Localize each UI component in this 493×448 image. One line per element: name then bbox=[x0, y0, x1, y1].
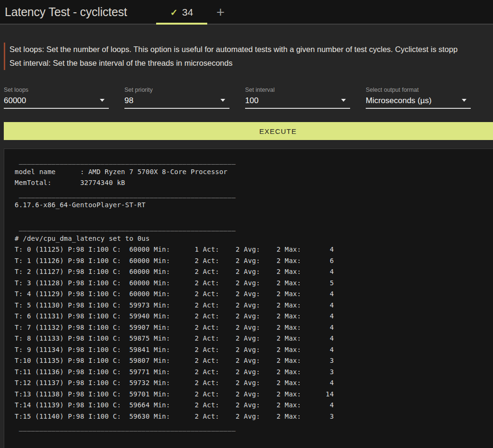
chevron-down-icon bbox=[462, 99, 467, 102]
tab-active-test[interactable]: ✓ 34 bbox=[156, 0, 207, 25]
output-format-label: Select output format bbox=[366, 87, 471, 94]
output-format-select[interactable]: Select output format Microseconds (µs) bbox=[366, 87, 471, 109]
info-note: Set loops: Set the number of loops. This… bbox=[4, 43, 493, 70]
set-loops-select[interactable]: Set loops 60000 bbox=[4, 87, 109, 109]
set-interval-label: Set interval bbox=[245, 87, 350, 94]
terminal-output: ________________________________________… bbox=[15, 155, 493, 433]
info-line-set-interval: Set interval: Set the base interval of t… bbox=[9, 56, 493, 70]
set-interval-value-row: 100 bbox=[245, 95, 350, 109]
add-tab-button[interactable]: + bbox=[211, 0, 229, 25]
chevron-down-icon bbox=[100, 99, 105, 102]
set-priority-value: 98 bbox=[124, 96, 133, 105]
output-format-value: Microseconds (µs) bbox=[366, 96, 431, 105]
chevron-down-icon bbox=[341, 99, 346, 102]
plus-icon: + bbox=[216, 4, 225, 20]
execute-button[interactable]: EXECUTE bbox=[4, 122, 493, 140]
terminal-panel: ________________________________________… bbox=[4, 149, 493, 448]
tab-active-indicator bbox=[156, 23, 207, 25]
info-line-set-loops: Set loops: Set the number of loops. This… bbox=[9, 43, 493, 56]
tab-count: 34 bbox=[182, 7, 193, 18]
output-format-value-row: Microseconds (µs) bbox=[366, 95, 471, 109]
chevron-down-icon bbox=[220, 99, 225, 102]
set-interval-select[interactable]: Set interval 100 bbox=[245, 87, 350, 109]
check-icon: ✓ bbox=[170, 8, 178, 17]
set-priority-value-row: 98 bbox=[124, 95, 229, 109]
set-priority-label: Set priority bbox=[124, 87, 229, 94]
set-loops-label: Set loops bbox=[4, 87, 109, 94]
set-loops-value: 60000 bbox=[4, 96, 26, 105]
set-loops-value-row: 60000 bbox=[4, 95, 109, 109]
set-interval-value: 100 bbox=[245, 96, 258, 105]
set-priority-select[interactable]: Set priority 98 bbox=[124, 87, 229, 109]
app-header: Latency Test - cyclictest ✓ 34 + bbox=[0, 0, 493, 25]
page-title: Latency Test - cyclictest bbox=[5, 0, 127, 25]
app-window: Latency Test - cyclictest ✓ 34 + Set loo… bbox=[0, 0, 493, 448]
